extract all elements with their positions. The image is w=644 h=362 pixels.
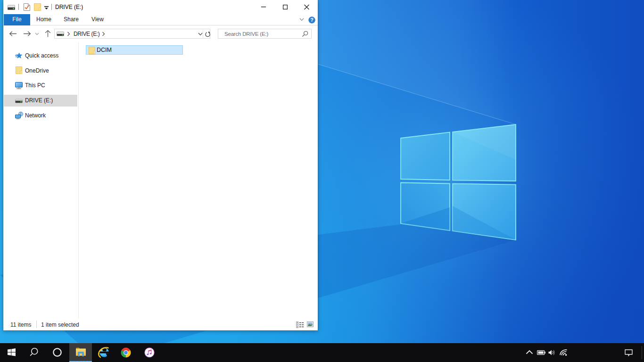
svg-text:?: ? bbox=[310, 17, 314, 23]
